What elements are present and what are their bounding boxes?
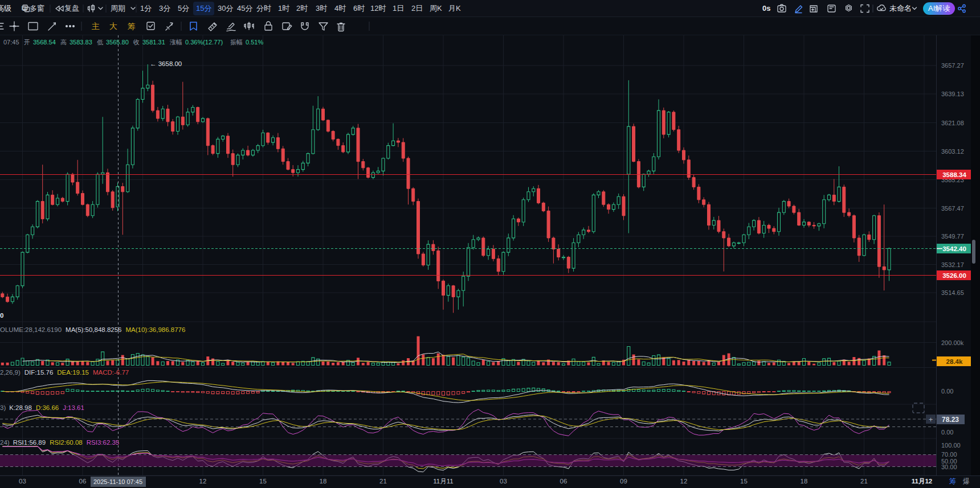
svg-text:低: 低	[97, 39, 103, 46]
svg-text:70.00: 70.00	[941, 451, 957, 458]
svg-text:28.4k: 28.4k	[946, 358, 963, 365]
svg-text:2025-11-10 07:45: 2025-11-10 07:45	[93, 478, 142, 485]
svg-text:100.00: 100.00	[941, 442, 961, 449]
svg-text:3514.65: 3514.65	[941, 289, 964, 296]
svg-text:0.51%: 0.51%	[246, 39, 263, 46]
svg-text:200.00k: 200.00k	[941, 339, 964, 346]
svg-text:21: 21	[860, 478, 868, 485]
svg-text:3581.31: 3581.31	[142, 39, 165, 46]
svg-text:24)RSI1:56.89RSI2:60.08RSI3:62: 24)RSI1:56.89RSI2:60.08RSI3:62.35	[0, 439, 119, 446]
svg-text:18: 18	[801, 478, 808, 485]
svg-text:03: 03	[19, 478, 26, 485]
svg-text:78.23: 78.23	[942, 416, 959, 424]
svg-text:3568.54: 3568.54	[33, 39, 56, 46]
svg-text:09: 09	[620, 478, 627, 485]
svg-text:3)K:28.98D:36.66J:13.61: 3)K:28.98D:36.66J:13.61	[0, 404, 84, 411]
svg-text:3621.08: 3621.08	[941, 120, 964, 126]
svg-text:15: 15	[740, 478, 748, 485]
svg-text:← 3658.00: ← 3658.00	[150, 60, 182, 67]
svg-text:0.00: 0.00	[941, 429, 953, 436]
svg-text:06: 06	[560, 478, 567, 485]
svg-text:18: 18	[320, 478, 327, 485]
svg-text:筹: 筹	[949, 477, 956, 485]
svg-text:爆: 爆	[963, 477, 970, 485]
svg-text:12: 12	[199, 478, 207, 485]
svg-text:收: 收	[133, 39, 140, 46]
svg-text:3549.77: 3549.77	[941, 233, 964, 240]
svg-text:3532.17: 3532.17	[941, 261, 964, 268]
svg-text:3542.40: 3542.40	[942, 245, 966, 252]
svg-text:3657.27: 3657.27	[941, 62, 964, 69]
svg-text:3526.00: 3526.00	[942, 272, 966, 279]
svg-text:03: 03	[500, 478, 507, 485]
svg-text:0.36%(12.77): 0.36%(12.77)	[185, 39, 223, 46]
svg-text:3588.34: 3588.34	[942, 171, 966, 178]
svg-text:21: 21	[379, 478, 387, 485]
svg-text:11月12: 11月12	[912, 478, 932, 485]
svg-text:11月11: 11月11	[433, 478, 453, 485]
svg-text:0: 0	[0, 312, 3, 319]
svg-text:振幅: 振幅	[230, 39, 243, 46]
svg-text:3583.83: 3583.83	[70, 39, 92, 46]
svg-text:3603.12: 3603.12	[941, 148, 964, 155]
svg-text:3565.80: 3565.80	[106, 39, 129, 46]
svg-text:OLUME:28,142.6190MA(5):50,848.: OLUME:28,142.6190MA(5):50,848.8256MA(10)…	[0, 326, 185, 333]
svg-text:07:45: 07:45	[3, 39, 19, 46]
svg-text:2,26,9)DIF:15.76DEA:19.15MACD:: 2,26,9)DIF:15.76DEA:19.15MACD:-6.77	[0, 369, 129, 376]
svg-text:06: 06	[79, 478, 87, 485]
svg-text:高: 高	[60, 39, 67, 46]
svg-text:+: +	[929, 415, 933, 424]
svg-text:30.00: 30.00	[941, 464, 957, 470]
svg-text:12: 12	[680, 478, 688, 485]
svg-text:涨幅: 涨幅	[170, 39, 182, 46]
svg-text:3567.47: 3567.47	[941, 205, 964, 212]
svg-text:15: 15	[259, 478, 267, 485]
svg-text:3639.13: 3639.13	[941, 91, 964, 97]
svg-text:开: 开	[24, 39, 30, 46]
svg-text:0.00: 0.00	[941, 388, 953, 395]
